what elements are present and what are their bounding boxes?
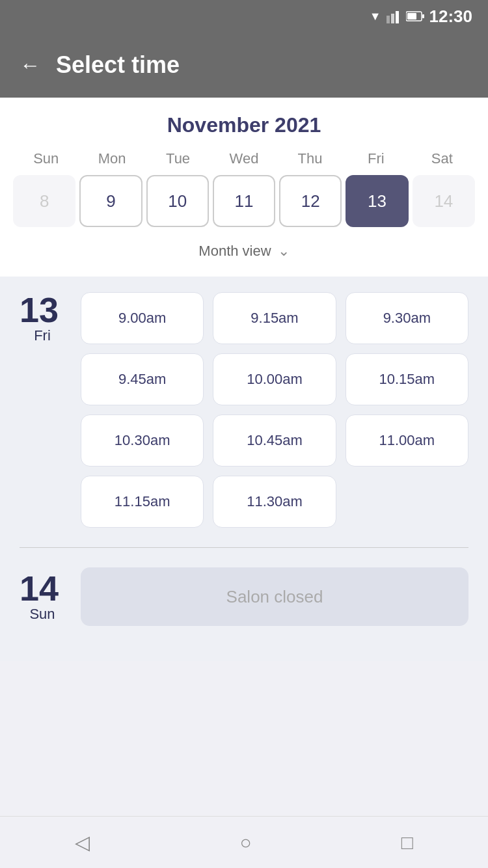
time-slot-945am[interactable]: 9.45am bbox=[81, 353, 204, 405]
svg-rect-2 bbox=[396, 11, 399, 23]
day-header-sat: Sat bbox=[409, 150, 475, 167]
bottom-nav: ◁ ○ □ bbox=[0, 816, 488, 868]
time-slot-1100am[interactable]: 11.00am bbox=[346, 414, 468, 467]
svg-rect-5 bbox=[407, 13, 416, 20]
back-nav-icon[interactable]: ◁ bbox=[75, 831, 90, 854]
time-slot-930am[interactable]: 9.30am bbox=[346, 292, 468, 344]
time-slot-1115am[interactable]: 11.15am bbox=[81, 476, 204, 528]
day-14-label: 14 Sun bbox=[20, 571, 65, 623]
cal-day-9[interactable]: 9 bbox=[79, 175, 142, 227]
time-slot-900am[interactable]: 9.00am bbox=[81, 292, 204, 344]
cal-day-8[interactable]: 8 bbox=[13, 175, 75, 227]
day-14-name: Sun bbox=[20, 606, 65, 623]
time-slot-1015am[interactable]: 10.15am bbox=[346, 353, 468, 405]
time-slots-grid-13: 9.00am 9.15am 9.30am 9.45am 10.00am 10.1… bbox=[81, 292, 468, 528]
time-slot-915am[interactable]: 9.15am bbox=[213, 292, 336, 344]
day-14-block: 14 Sun Salon closed bbox=[20, 567, 468, 626]
day-13-name: Fri bbox=[20, 327, 65, 344]
month-view-toggle[interactable]: Month view ⌄ bbox=[13, 234, 475, 270]
day-14-number: 14 bbox=[20, 571, 65, 606]
svg-rect-0 bbox=[386, 16, 390, 23]
calendar-section: November 2021 Sun Mon Tue Wed Thu Fri Sa… bbox=[0, 98, 488, 277]
signal-icon bbox=[386, 9, 401, 23]
back-button[interactable]: ← bbox=[20, 53, 40, 77]
day-header-tue: Tue bbox=[145, 150, 211, 167]
time-slot-1030am[interactable]: 10.30am bbox=[81, 414, 204, 467]
day-13-number: 13 bbox=[20, 292, 65, 327]
chevron-down-icon: ⌄ bbox=[278, 243, 290, 260]
svg-rect-4 bbox=[422, 14, 424, 18]
day-header-mon: Mon bbox=[79, 150, 144, 167]
salon-closed-box: Salon closed bbox=[81, 567, 468, 626]
day-header-fri: Fri bbox=[343, 150, 409, 167]
month-title: November 2021 bbox=[13, 113, 475, 137]
cal-day-11[interactable]: 11 bbox=[213, 175, 275, 227]
month-view-label: Month view bbox=[198, 243, 271, 260]
status-time: 12:30 bbox=[429, 7, 473, 27]
day-header-thu: Thu bbox=[277, 150, 343, 167]
time-slot-1130am[interactable]: 11.30am bbox=[213, 476, 336, 528]
day-header-sun: Sun bbox=[13, 150, 79, 167]
time-slot-1045am[interactable]: 10.45am bbox=[213, 414, 336, 467]
day-header-wed: Wed bbox=[211, 150, 277, 167]
salon-closed-label: Salon closed bbox=[226, 587, 323, 607]
divider bbox=[20, 547, 468, 548]
time-slot-1000am[interactable]: 10.00am bbox=[213, 353, 336, 405]
cal-day-10[interactable]: 10 bbox=[146, 175, 209, 227]
status-bar: ▼ 12:30 bbox=[0, 0, 488, 33]
status-icons: ▼ 12:30 bbox=[370, 7, 472, 27]
home-nav-icon[interactable]: ○ bbox=[239, 832, 251, 854]
day-headers: Sun Mon Tue Wed Thu Fri Sat bbox=[13, 150, 475, 167]
svg-rect-1 bbox=[391, 14, 394, 23]
cal-day-13[interactable]: 13 bbox=[346, 175, 408, 227]
header: ← Select time bbox=[0, 33, 488, 98]
calendar-row: 8 9 10 11 12 13 14 bbox=[13, 175, 475, 227]
battery-icon bbox=[406, 11, 424, 21]
day-13-label: 13 Fri bbox=[20, 292, 65, 528]
page-title: Select time bbox=[56, 51, 180, 79]
time-section: 13 Fri 9.00am 9.15am 9.30am 9.45am 10.00… bbox=[0, 277, 488, 661]
wifi-icon: ▼ bbox=[370, 10, 381, 23]
cal-day-12[interactable]: 12 bbox=[279, 175, 342, 227]
cal-day-14[interactable]: 14 bbox=[413, 175, 475, 227]
day-13-block: 13 Fri 9.00am 9.15am 9.30am 9.45am 10.00… bbox=[20, 292, 468, 528]
recent-nav-icon[interactable]: □ bbox=[401, 832, 413, 854]
